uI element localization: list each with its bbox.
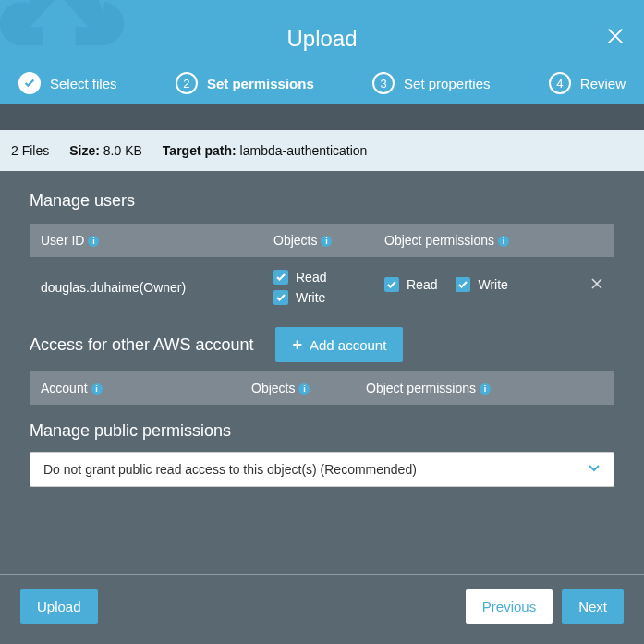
step-number: 2 <box>176 72 198 94</box>
column-object-permissions: Object permissionsi <box>366 381 603 395</box>
checkbox-icon <box>273 290 288 305</box>
step-label: Review <box>580 76 626 91</box>
public-permissions-select[interactable]: Do not grant public read access to this … <box>30 453 614 486</box>
next-button[interactable]: Next <box>562 589 624 624</box>
checkbox-icon <box>384 277 399 292</box>
step-set-permissions[interactable]: 2 Set permissions <box>176 72 314 94</box>
manage-users-title: Manage users <box>30 191 614 211</box>
step-review[interactable]: 4 Review <box>549 72 626 94</box>
step-set-properties[interactable]: 3 Set properties <box>372 72 490 94</box>
plus-icon: + <box>292 336 302 353</box>
checkbox-icon <box>273 270 288 285</box>
info-icon[interactable]: i <box>298 383 310 395</box>
column-user-id: User IDi <box>41 233 273 248</box>
step-label: Select files <box>50 76 117 91</box>
remove-user-button[interactable] <box>590 277 603 298</box>
info-icon[interactable]: i <box>88 236 99 247</box>
info-icon[interactable]: i <box>480 383 491 395</box>
column-objects: Objectsi <box>251 381 366 395</box>
dialog-footer: Upload Previous Next <box>0 574 644 644</box>
checkbox-write-objects[interactable]: Write <box>273 290 384 305</box>
close-icon <box>590 277 603 290</box>
users-table-header: User IDi Objectsi Object permissionsi <box>30 224 614 257</box>
public-permissions-select-wrap: Do not grant public read access to this … <box>30 452 614 487</box>
column-object-permissions: Object permissionsi <box>384 233 603 248</box>
header-shadow <box>0 104 644 130</box>
dialog-content: Manage users User IDi Objectsi Object pe… <box>0 171 644 487</box>
checkbox-write-perms[interactable]: Write <box>456 277 507 292</box>
upload-button[interactable]: Upload <box>20 589 98 624</box>
info-icon[interactable]: i <box>91 383 103 395</box>
column-objects: Objectsi <box>273 233 384 248</box>
public-permissions-title: Manage public permissions <box>30 421 614 441</box>
step-number: 3 <box>372 72 395 94</box>
step-label: Set properties <box>404 76 490 91</box>
checkbox-read-perms[interactable]: Read <box>384 277 437 292</box>
wizard-steps: Select files 2 Set permissions 3 Set pro… <box>0 72 644 94</box>
upload-summary-bar: 2 Files Size: 8.0 KB Target path: lambda… <box>0 130 644 171</box>
accounts-table-header: Accounti Objectsi Object permissionsi <box>30 371 614 405</box>
checkbox-read-objects[interactable]: Read <box>273 270 384 285</box>
other-account-section-header: Access for other AWS account + Add accou… <box>30 327 614 362</box>
step-label: Set permissions <box>207 76 314 91</box>
close-icon <box>605 26 626 46</box>
add-account-button[interactable]: + Add account <box>275 327 403 362</box>
info-icon[interactable]: i <box>321 236 332 247</box>
step-number: 4 <box>549 72 571 94</box>
cloud-upload-icon <box>0 0 129 69</box>
size-info: Size: 8.0 KB <box>69 143 142 158</box>
other-account-title: Access for other AWS account <box>30 335 253 355</box>
step-select-files[interactable]: Select files <box>18 72 117 94</box>
info-icon[interactable]: i <box>498 236 509 247</box>
check-icon <box>18 72 41 94</box>
objects-cell: Read Write <box>273 270 384 305</box>
close-button[interactable] <box>605 26 626 50</box>
checkbox-icon <box>456 277 470 292</box>
dialog-header: Upload Select files 2 Set permissions 3 … <box>0 0 644 104</box>
files-count: 2 Files <box>11 143 49 158</box>
target-path: Target path: lambda-authentication <box>163 143 368 158</box>
column-account: Accounti <box>41 381 251 395</box>
user-row: douglas.duhaime(Owner) Read Write Read W… <box>30 257 614 318</box>
user-id-cell: douglas.duhaime(Owner) <box>41 280 273 295</box>
previous-button[interactable]: Previous <box>466 589 553 624</box>
permissions-cell: Read Write <box>384 277 603 298</box>
